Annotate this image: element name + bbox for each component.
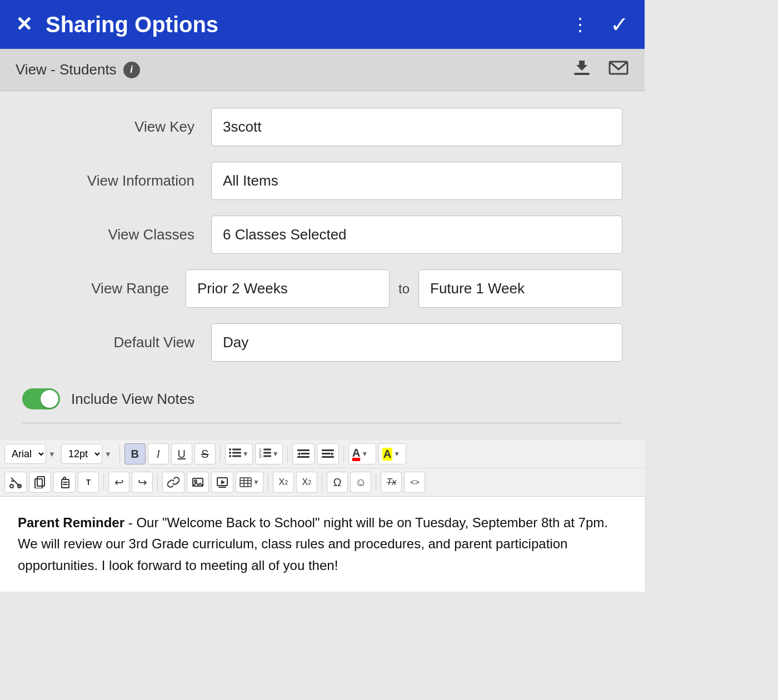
- svg-rect-16: [301, 453, 310, 454]
- image-button[interactable]: [187, 472, 209, 493]
- svg-rect-19: [322, 449, 334, 451]
- svg-rect-4: [232, 448, 241, 450]
- toolbar-size-arrow: ▼: [104, 450, 112, 458]
- bullets-dropdown[interactable]: ▼: [225, 443, 253, 464]
- svg-rect-14: [263, 455, 271, 457]
- toolbar-select-arrow: ▼: [48, 450, 56, 458]
- view-classes-row: View Classes: [22, 216, 622, 254]
- svg-point-33: [194, 480, 197, 482]
- view-range-label: View Range: [22, 280, 186, 297]
- subheader-actions: [571, 57, 629, 83]
- font-color-a: A: [352, 447, 360, 461]
- superscript-button[interactable]: X2: [296, 472, 317, 493]
- view-key-input[interactable]: [211, 108, 622, 146]
- editor-toolbar: Arial ▼ 12pt ▼ B I U S ▼ 1.: [0, 440, 645, 497]
- toolbar-sep-9: [376, 474, 376, 491]
- range-until-input[interactable]: [418, 269, 622, 308]
- media-button[interactable]: [211, 472, 233, 493]
- svg-point-3: [229, 448, 231, 451]
- numbered-list-dropdown[interactable]: 1. 2. 3. ▼: [255, 443, 283, 464]
- font-color-dropdown[interactable]: A ▼: [348, 443, 376, 464]
- close-button[interactable]: ✕: [16, 13, 32, 36]
- toolbar-sep-1: [119, 446, 120, 462]
- cut-button[interactable]: [4, 472, 27, 493]
- numbered-icon: 1. 2. 3.: [259, 448, 271, 461]
- omega-button[interactable]: Ω: [327, 472, 348, 493]
- svg-point-25: [10, 484, 13, 488]
- toolbar-row-2: T ↩ ↪: [0, 468, 645, 496]
- table-dropdown[interactable]: ▼: [236, 472, 263, 493]
- svg-rect-8: [232, 455, 241, 457]
- view-key-label: View Key: [22, 118, 211, 136]
- source-button[interactable]: <>: [404, 472, 425, 493]
- svg-point-7: [229, 455, 231, 457]
- underline-button[interactable]: U: [171, 443, 192, 464]
- divider: [22, 423, 622, 423]
- paste-button[interactable]: [53, 472, 76, 493]
- view-range-field: to: [186, 269, 622, 308]
- highlight-a: A: [382, 448, 392, 461]
- toggle-knob: [41, 390, 58, 408]
- default-view-input[interactable]: [211, 323, 622, 362]
- view-information-row: View Information: [22, 162, 622, 200]
- svg-rect-37: [240, 478, 251, 487]
- italic-button[interactable]: I: [148, 443, 169, 464]
- toolbar-sep-4: [343, 446, 344, 462]
- svg-rect-12: [263, 452, 271, 453]
- svg-rect-28: [35, 479, 42, 488]
- svg-marker-22: [331, 452, 334, 456]
- bullets-icon: [229, 448, 241, 461]
- editor-area[interactable]: Parent Reminder - Our "Welcome Back to S…: [0, 497, 645, 592]
- strikethrough-button[interactable]: S: [194, 443, 216, 464]
- info-icon[interactable]: i: [123, 62, 140, 78]
- svg-rect-6: [232, 452, 241, 453]
- toolbar-sep-7: [268, 474, 268, 491]
- download-icon[interactable]: [571, 57, 592, 83]
- svg-rect-0: [574, 73, 590, 75]
- view-information-input[interactable]: [211, 162, 622, 200]
- highlight-arrow: ▼: [393, 450, 400, 458]
- redo-button[interactable]: ↪: [132, 472, 153, 493]
- toolbar-sep-3: [287, 446, 288, 462]
- svg-rect-20: [322, 453, 331, 454]
- view-information-field: [211, 162, 622, 200]
- svg-text:3.: 3.: [259, 454, 262, 458]
- font-size-select[interactable]: 12pt: [61, 444, 102, 464]
- subheader-label: View - Students i: [16, 61, 571, 78]
- view-key-row: View Key: [22, 108, 622, 146]
- toggle-row: Include View Notes: [22, 377, 622, 421]
- highlight-dropdown[interactable]: A ▼: [378, 443, 406, 464]
- range-from-input[interactable]: [186, 269, 390, 308]
- clear-format-button[interactable]: Tx: [381, 472, 402, 493]
- font-family-select[interactable]: Arial: [4, 444, 46, 464]
- table-arrow: ▼: [253, 478, 260, 486]
- svg-rect-30: [63, 482, 68, 483]
- svg-point-5: [229, 452, 231, 454]
- indent-right-button[interactable]: [317, 443, 339, 464]
- subscript-button[interactable]: X2: [273, 472, 294, 493]
- svg-rect-17: [297, 456, 310, 458]
- paste-plain-button[interactable]: T: [78, 472, 99, 493]
- link-button[interactable]: [162, 472, 184, 493]
- view-classes-input[interactable]: [211, 216, 622, 254]
- undo-button[interactable]: ↩: [108, 472, 129, 493]
- include-view-notes-toggle[interactable]: [22, 388, 60, 409]
- default-view-field: [211, 323, 622, 362]
- font-color-arrow: ▼: [361, 450, 368, 458]
- header: ✕ Sharing Options ⋮ ✓: [0, 0, 645, 49]
- view-key-field: [211, 108, 622, 146]
- toolbar-sep-5: [103, 474, 104, 491]
- emoji-button[interactable]: ☺: [350, 472, 371, 493]
- more-button[interactable]: ⋮: [571, 14, 590, 35]
- copy-button[interactable]: [29, 472, 51, 493]
- confirm-button[interactable]: ✓: [610, 12, 629, 37]
- subheader: View - Students i: [0, 49, 645, 91]
- view-range-row: View Range to: [22, 269, 622, 308]
- svg-rect-21: [322, 456, 334, 458]
- email-icon[interactable]: [608, 57, 629, 83]
- svg-rect-15: [297, 449, 310, 451]
- svg-rect-36: [218, 487, 226, 488]
- bold-button[interactable]: B: [124, 443, 146, 464]
- indent-left-button[interactable]: [292, 443, 315, 464]
- toolbar-sep-2: [220, 446, 221, 462]
